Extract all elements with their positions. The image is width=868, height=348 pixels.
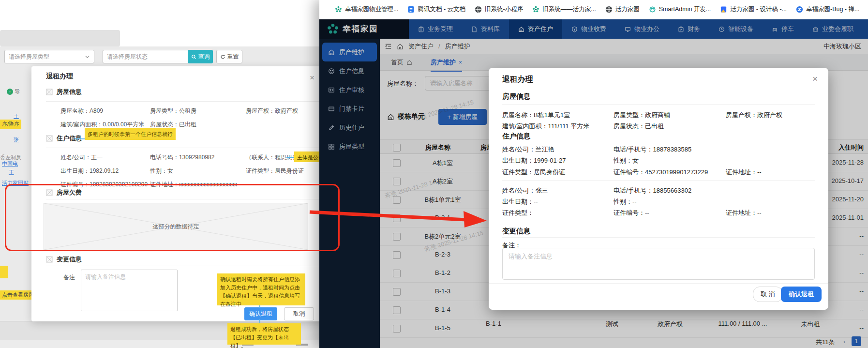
chevron-down-icon — [85, 54, 90, 60]
bookmark-item[interactable]: SmartAdmin 开发... — [649, 5, 711, 14]
upload-icon: ↑ — [7, 89, 13, 95]
browser-window: 幸福家园物业管理... 腾讯文档 - 云文档 旧系统-小程序 旧系统——活力家.… — [319, 0, 868, 348]
field: 建筑/室内面积：0.00/0.00平方米 — [60, 121, 144, 129]
design-doc-icon — [720, 6, 727, 13]
flower-icon — [532, 6, 539, 13]
reset-label: 重置 — [227, 53, 239, 61]
close-icon[interactable]: × — [310, 73, 314, 83]
smartadmin-icon — [649, 6, 656, 13]
refresh-icon — [220, 54, 225, 60]
field: 性别：女 — [150, 167, 173, 175]
bookmarks-bar: 幸福家园物业管理... 腾讯文档 - 云文档 旧系统-小程序 旧系统——活力家.… — [319, 0, 868, 19]
field: 房屋类型：公租房 — [150, 107, 196, 115]
remark-label: 备注 — [63, 273, 75, 282]
terminate-lease-modal: 退租办理 × 房屋信息 房屋名称：B栋1单元1室 房屋类型：政府商铺 房屋产权：… — [489, 68, 828, 310]
field: 房屋产权：政府产权 — [246, 107, 298, 115]
bookmark-item[interactable]: 旧系统——活力家... — [532, 5, 596, 14]
image-placeholder-icon — [46, 89, 53, 95]
link-fragment[interactable]: 中国电 — [2, 160, 18, 167]
field: 证件地址：-- — [726, 168, 762, 177]
section-change-info: 变更信息 — [46, 255, 82, 264]
confirm-terminate-button[interactable]: 确认退租 — [781, 287, 822, 302]
search-button[interactable]: 查询 — [188, 50, 213, 63]
field: 证件类型：居民身份证 — [246, 167, 304, 175]
bookmark-item[interactable]: 腾讯文档 - 云文档 — [407, 5, 465, 14]
field: 建筑/室内面积：111/111 平方米 — [502, 122, 589, 131]
field: 证件类型： — [502, 209, 534, 217]
field: 性别：-- — [614, 197, 637, 206]
yellow-note-fragment — [0, 266, 8, 278]
search-icon — [191, 54, 196, 60]
link-fragment[interactable]: 张 — [14, 136, 19, 143]
cancel-button[interactable]: 取消 — [284, 307, 314, 320]
field: 房屋状态：已出租 — [614, 122, 664, 131]
field: 房屋名称：B栋1单元1室 — [502, 111, 570, 120]
sticky-note: 确认退租时需要将所有住户信息添加入历史住户中，退租时间为点击【确认退租】当天，退… — [217, 273, 305, 305]
field: 证件编号：452730199901273229 — [614, 168, 708, 177]
field: 电话号码：13092980982 — [150, 153, 214, 162]
field: 电话/手机号：18878383585 — [614, 145, 691, 154]
screenshot-stage: 请选择房屋类型 请选择房屋状态 查询 重置 ↑ 导 王 序/降序 张 委左制反 … — [0, 0, 868, 348]
section-resident-info: 住户信息 — [502, 132, 530, 141]
red-annotation-rectangle — [5, 184, 340, 251]
house-status-select[interactable]: 请选择房屋状态 — [103, 50, 197, 63]
close-icon[interactable]: × — [812, 74, 818, 84]
field: 姓名/公司：兰江艳 — [502, 145, 554, 154]
image-placeholder-icon — [46, 135, 53, 142]
field: 房屋产权：政府产权 — [726, 111, 782, 120]
link-fragment[interactable]: 王 — [9, 169, 14, 176]
zentao-icon — [796, 6, 803, 13]
bookmark-item[interactable]: 活力家园 — [605, 5, 640, 14]
search-label: 查询 — [198, 53, 210, 61]
field: 出生日期：1999-01-27 — [502, 156, 566, 165]
section-change-info: 变更信息 — [502, 227, 530, 236]
section-house-info: 房屋信息 — [502, 92, 530, 101]
cancel-button[interactable]: 取 消 — [753, 287, 783, 302]
section-house-info: 房屋信息 — [46, 88, 82, 96]
import-fragment[interactable]: ↑ 导 — [7, 88, 20, 95]
house-type-placeholder: 请选择房屋类型 — [9, 53, 49, 61]
confirm-terminate-button[interactable]: 确认退租 — [244, 307, 277, 320]
remark-textarea[interactable] — [81, 270, 178, 311]
bookmark-item[interactable]: 幸福家园-Bug - 禅... — [796, 5, 859, 14]
sort-tag-fragment: 序/降序 — [0, 120, 21, 129]
docs-icon — [407, 6, 415, 13]
field: 证件地址：-- — [726, 209, 762, 217]
sticky-note: 退租成功后，将房屋状态【已出租】变更为【未出租】。 — [227, 323, 301, 345]
field: 证件编号：-- — [614, 209, 649, 217]
field: 性别：女 — [614, 156, 639, 165]
field: 姓名/公司：张三 — [502, 186, 548, 195]
red-annotation-arrow — [306, 206, 490, 228]
house-status-placeholder: 请选择房屋状态 — [107, 53, 148, 61]
sticky-note: 多租户的时候拿第一个住户信息就行 — [85, 128, 176, 140]
modal-title: 退租办理 — [502, 75, 533, 85]
bookmark-item[interactable]: 旧系统-小程序 — [475, 5, 523, 14]
house-type-select[interactable]: 请选择房屋类型 — [4, 50, 94, 63]
image-placeholder-icon — [46, 256, 53, 263]
bookmark-item[interactable]: 活力家园 - 设计稿 -... — [720, 5, 787, 14]
field: 姓名/公司：王一 — [60, 153, 103, 162]
field: 出生日期：1982.09.12 — [60, 167, 119, 175]
field: 出生日期：-- — [502, 197, 538, 206]
design-search-box[interactable] — [0, 30, 120, 46]
dialog-title: 退租办理 — [46, 72, 73, 81]
globe-icon — [475, 6, 482, 13]
field: 证件类型：居民身份证 — [502, 168, 565, 177]
flower-icon — [335, 6, 342, 13]
field: 房屋名称：A809 — [60, 107, 103, 115]
field: 房屋状态：已出租 — [150, 121, 196, 129]
design-tool-window: 请选择房屋类型 请选择房屋状态 查询 重置 ↑ 导 王 序/降序 张 委左制反 … — [0, 0, 319, 348]
field: 电话/手机号：18855663302 — [614, 186, 691, 195]
bookmark-item[interactable]: 幸福家园物业管理... — [335, 5, 398, 14]
remark-textarea[interactable] — [502, 248, 815, 280]
link-fragment[interactable]: 王 — [14, 113, 19, 120]
globe-icon — [605, 6, 613, 13]
field: 房屋类型：政府商铺 — [614, 111, 670, 120]
reset-button[interactable]: 重置 — [216, 50, 242, 63]
import-label: 导 — [15, 88, 20, 95]
sticky-note: 主体是公司 — [294, 151, 319, 162]
